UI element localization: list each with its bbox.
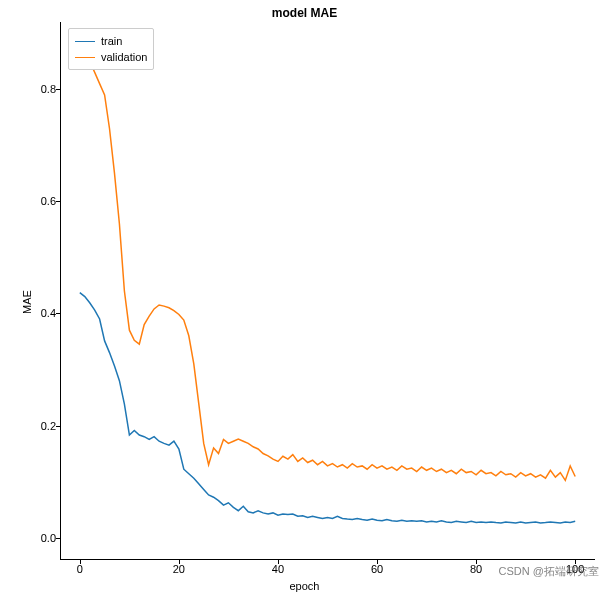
x-tick-label: 0 — [77, 563, 83, 575]
legend-label-train: train — [101, 33, 122, 49]
y-tick-label: 0.6 — [41, 195, 56, 207]
line-validation — [80, 39, 575, 481]
y-tick-label: 0.8 — [41, 83, 56, 95]
legend-label-validation: validation — [101, 49, 147, 65]
x-tick-mark — [377, 560, 378, 564]
legend-swatch-train — [75, 41, 95, 42]
y-tick-mark — [56, 426, 60, 427]
x-tick-label: 40 — [272, 563, 284, 575]
chart-container: model MAE train validation 0.00.20.40.60… — [0, 0, 609, 604]
x-tick-label: 20 — [173, 563, 185, 575]
x-tick-mark — [179, 560, 180, 564]
watermark: CSDN @拓端研究室 — [499, 564, 599, 579]
x-tick-mark — [476, 560, 477, 564]
x-axis-label: epoch — [0, 580, 609, 592]
legend-swatch-validation — [75, 57, 95, 58]
legend: train validation — [68, 28, 154, 70]
y-tick-mark — [56, 201, 60, 202]
legend-item-train: train — [75, 33, 147, 49]
x-tick-label: 80 — [470, 563, 482, 575]
x-tick-mark — [278, 560, 279, 564]
y-tick-mark — [56, 538, 60, 539]
y-axis-label: MAE — [21, 290, 33, 314]
x-tick-mark — [80, 560, 81, 564]
legend-item-validation: validation — [75, 49, 147, 65]
x-tick-label: 60 — [371, 563, 383, 575]
y-tick-label: 0.2 — [41, 420, 56, 432]
y-tick-mark — [56, 89, 60, 90]
line-train — [80, 293, 575, 523]
chart-title: model MAE — [0, 6, 609, 20]
y-tick-label: 0.4 — [41, 307, 56, 319]
y-tick-label: 0.0 — [41, 532, 56, 544]
chart-svg — [60, 22, 595, 560]
y-tick-mark — [56, 313, 60, 314]
